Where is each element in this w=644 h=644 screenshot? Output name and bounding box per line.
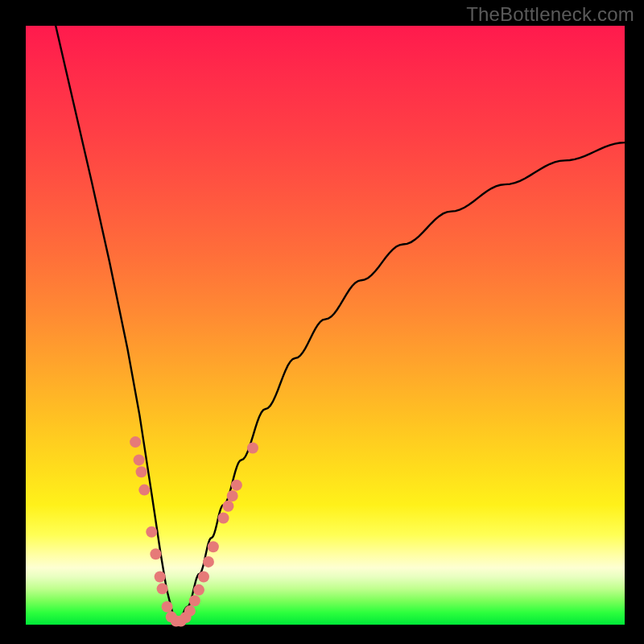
data-point xyxy=(189,595,200,606)
chart-frame: TheBottleneck.com xyxy=(0,0,644,644)
curve-group xyxy=(56,26,625,621)
data-point xyxy=(130,436,141,448)
data-point xyxy=(231,480,242,491)
marker-group xyxy=(130,436,258,626)
data-point xyxy=(136,466,147,477)
data-point xyxy=(222,501,233,512)
data-point xyxy=(150,548,161,559)
curve-right-branch xyxy=(179,142,625,621)
data-point xyxy=(138,485,150,496)
data-point xyxy=(203,556,214,568)
data-point xyxy=(227,490,238,502)
data-point xyxy=(134,454,145,465)
data-point xyxy=(193,584,204,596)
data-point xyxy=(184,605,196,617)
data-point xyxy=(162,601,173,613)
data-point xyxy=(208,541,219,552)
curve-left-branch xyxy=(56,26,179,621)
data-point xyxy=(198,571,209,582)
watermark-text: TheBottleneck.com xyxy=(466,3,634,26)
data-point xyxy=(146,526,157,538)
data-point xyxy=(157,583,168,594)
data-point xyxy=(247,443,258,454)
bottleneck-curve-svg xyxy=(26,26,625,625)
data-point xyxy=(155,571,166,582)
data-point xyxy=(218,513,229,524)
